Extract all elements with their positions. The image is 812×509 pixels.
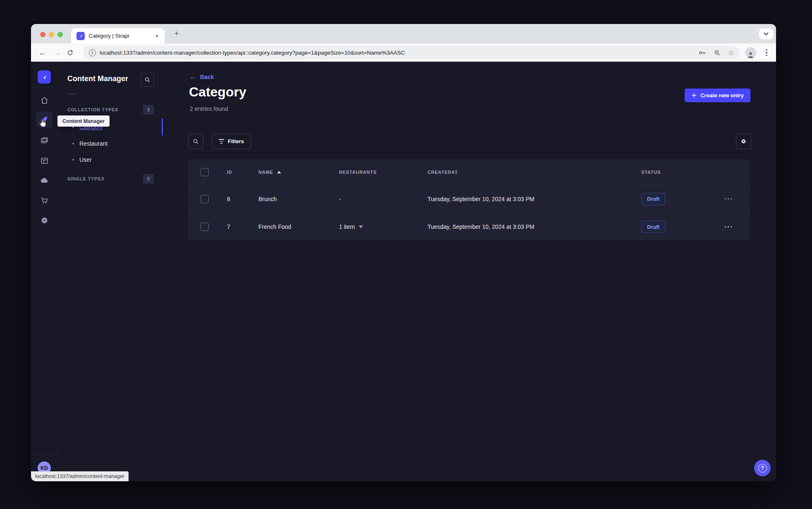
header-id[interactable]: ID xyxy=(215,170,258,175)
strapi-admin: KD Content Manager COLLECTION TYPES 3 Ca… xyxy=(31,62,776,481)
nav-divider xyxy=(36,87,52,87)
header-restaurants[interactable]: RESTAURANTS xyxy=(339,170,427,175)
sidebar-item-media-library[interactable] xyxy=(36,132,53,149)
header-createdat[interactable]: CREATEDAT xyxy=(427,170,641,175)
section-single-types: SINGLE TYPES xyxy=(67,176,105,181)
entries-table: ID NAME RESTAURANTS CREATEDAT STATUS 8 B… xyxy=(188,159,750,240)
collection-types-count-badge: 3 xyxy=(143,105,154,115)
back-arrow-icon: ← xyxy=(190,73,196,81)
select-all-checkbox[interactable] xyxy=(201,168,209,176)
traffic-lights xyxy=(40,32,63,37)
entries-count: 2 entries found xyxy=(190,106,228,112)
window-close-button[interactable] xyxy=(40,32,45,37)
tab-title: Category | Strapi xyxy=(89,33,153,39)
nav-tooltip: Content Manager xyxy=(57,115,110,127)
tab-close-icon[interactable]: × xyxy=(153,32,160,39)
plus-icon xyxy=(691,93,697,98)
cell-restaurants: - xyxy=(339,196,427,202)
password-key-icon[interactable] xyxy=(698,49,706,57)
sidebar-item-home[interactable] xyxy=(36,92,53,108)
browser-window: Category | Strapi × + ← → i localhost:13… xyxy=(31,24,776,481)
create-new-entry-button[interactable]: Create new entry xyxy=(685,89,750,102)
row-checkbox[interactable] xyxy=(201,223,209,231)
url-text: localhost:1337/admin/content-manager/col… xyxy=(100,50,691,56)
panel-search-button[interactable] xyxy=(141,73,154,86)
tab-strip: Category | Strapi × + xyxy=(31,24,776,43)
mouse-cursor xyxy=(38,118,47,128)
browser-reload-button[interactable] xyxy=(67,49,78,56)
page-title: Category xyxy=(189,84,246,100)
window-fullscreen-button[interactable] xyxy=(57,32,63,37)
sidebar-item-cloud[interactable] xyxy=(36,172,53,189)
cell-id: 7 xyxy=(215,223,258,230)
browser-profile-avatar[interactable] xyxy=(745,47,756,58)
bullet-icon xyxy=(72,143,74,144)
view-settings-button[interactable] xyxy=(736,134,751,149)
row-actions-icon[interactable] xyxy=(725,226,732,227)
bookmark-star-icon[interactable]: ☆ xyxy=(728,48,734,57)
browser-forward-button[interactable]: → xyxy=(52,49,63,56)
address-bar[interactable]: i localhost:1337/admin/content-manager/c… xyxy=(83,46,739,59)
sidebar-item-restaurant[interactable]: Restaurant xyxy=(72,139,107,148)
strapi-favicon-icon xyxy=(76,32,85,40)
section-collection-types: COLLECTION TYPES xyxy=(67,107,118,112)
cell-name: French Food xyxy=(258,223,339,230)
panel-divider xyxy=(67,94,77,94)
cell-name: Brunch xyxy=(258,196,339,202)
new-tab-button[interactable]: + xyxy=(172,29,182,38)
sidebar-item-user[interactable]: User xyxy=(72,156,92,164)
sidebar-item-marketplace[interactable] xyxy=(36,192,53,209)
nav-divider xyxy=(31,455,57,455)
gear-icon xyxy=(740,138,747,145)
browser-tab[interactable]: Category | Strapi × xyxy=(71,28,165,43)
header-status[interactable]: STATUS xyxy=(641,170,712,175)
help-button[interactable]: ? xyxy=(754,460,771,476)
table-header-row: ID NAME RESTAURANTS CREATEDAT STATUS xyxy=(188,159,750,185)
strapi-logo[interactable] xyxy=(38,70,51,84)
tab-search-button[interactable] xyxy=(759,29,773,39)
status-badge: Draft xyxy=(641,221,665,233)
filter-icon xyxy=(219,139,224,144)
main-content: ← Back Category Create new entry 2 entri… xyxy=(163,62,776,481)
single-types-count-badge: 0 xyxy=(143,174,154,184)
header-name[interactable]: NAME xyxy=(258,170,273,175)
cell-createdat: Tuesday, September 10, 2024 at 3:03 PM xyxy=(427,223,641,230)
window-minimize-button[interactable] xyxy=(49,32,54,37)
question-mark-icon: ? xyxy=(758,464,767,473)
browser-toolbar: ← → i localhost:1337/admin/content-manag… xyxy=(31,43,776,62)
bullet-icon xyxy=(72,159,74,161)
table-row[interactable]: 8 Brunch - Tuesday, September 10, 2024 a… xyxy=(188,185,750,213)
cell-createdat: Tuesday, September 10, 2024 at 3:03 PM xyxy=(427,196,641,202)
status-badge: Draft xyxy=(641,193,665,205)
browser-back-button[interactable]: ← xyxy=(37,49,48,56)
panel-title: Content Manager xyxy=(67,74,128,83)
active-item-indicator xyxy=(162,119,163,135)
row-actions-icon[interactable] xyxy=(725,198,732,199)
sidebar-item-content-type-builder[interactable] xyxy=(36,152,53,169)
back-link[interactable]: ← Back xyxy=(190,73,214,81)
search-icon xyxy=(193,138,199,144)
zoom-icon[interactable] xyxy=(714,49,721,56)
site-info-icon[interactable]: i xyxy=(89,49,96,56)
sidebar-item-settings[interactable] xyxy=(36,212,53,228)
row-checkbox[interactable] xyxy=(201,195,209,203)
cell-id: 8 xyxy=(215,196,258,202)
sort-ascending-icon[interactable] xyxy=(277,171,281,173)
chevron-down-icon[interactable] xyxy=(359,226,363,228)
filters-button[interactable]: Filters xyxy=(212,134,251,149)
table-row[interactable]: 7 French Food 1 item Tuesday, September … xyxy=(188,213,750,240)
browser-menu-icon[interactable] xyxy=(762,49,771,56)
back-label: Back xyxy=(200,74,214,80)
link-preview-statusbar: localhost:1337/admin/content-manager xyxy=(31,471,129,481)
table-search-button[interactable] xyxy=(188,134,203,149)
cell-restaurants: 1 item xyxy=(339,223,355,230)
